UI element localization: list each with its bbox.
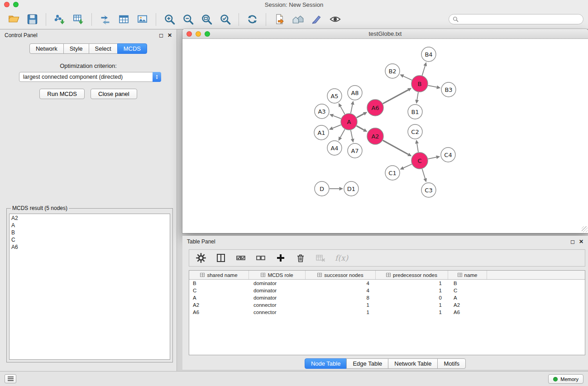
import-table-button[interactable]	[71, 12, 85, 26]
tab-node-table[interactable]: Node Table	[305, 358, 347, 369]
import-network-button[interactable]	[53, 12, 67, 26]
graph-edge-A-A3[interactable]	[333, 115, 341, 119]
deselect-all-button[interactable]	[254, 252, 267, 264]
graph-edge-B-B1[interactable]	[417, 92, 418, 100]
float-table-panel-icon[interactable]: ◻	[570, 239, 575, 244]
mcds-result-list[interactable]: A2ABCA6	[9, 214, 170, 360]
select-all-button[interactable]	[234, 252, 247, 264]
graph-node-A3[interactable]: A3	[315, 104, 329, 119]
graph-edge-A-A4[interactable]	[340, 129, 345, 138]
graph-node-C2[interactable]: C2	[408, 124, 422, 139]
graph-node-B4[interactable]: B4	[421, 47, 436, 62]
graph-edge-A6-B[interactable]	[383, 90, 408, 104]
tab-network-table[interactable]: Network Table	[388, 358, 438, 369]
column-header-shared-name[interactable]: shared name	[189, 271, 249, 279]
close-table-panel-icon[interactable]: ✕	[579, 239, 583, 244]
new-network-button[interactable]	[98, 12, 112, 26]
graph-node-D[interactable]: D	[315, 181, 329, 196]
graph-edge-C-C3[interactable]	[422, 169, 425, 179]
network-window-titlebar[interactable]: testGlobe.txt	[182, 29, 588, 39]
mcds-result-item[interactable]: A2	[10, 214, 170, 222]
mcds-result-item[interactable]: B	[10, 229, 170, 236]
column-header-name[interactable]: name	[448, 271, 487, 279]
graph-edge-A-A2[interactable]	[357, 126, 364, 130]
zoom-network-window-button[interactable]	[205, 31, 210, 37]
zoom-window-button[interactable]	[13, 2, 19, 7]
save-session-button[interactable]	[25, 12, 39, 26]
graph-node-D1[interactable]: D1	[344, 181, 359, 196]
graph-node-B[interactable]: B	[411, 76, 428, 92]
close-window-button[interactable]	[4, 2, 10, 7]
mcds-result-item[interactable]: A6	[10, 243, 170, 251]
graph-edge-A-A7[interactable]	[351, 130, 353, 139]
delete-table-button[interactable]	[314, 252, 327, 264]
table-row[interactable]: A2connector11A2	[189, 301, 585, 309]
mcds-result-item[interactable]: A	[10, 222, 170, 229]
graph-node-C3[interactable]: C3	[421, 183, 436, 197]
graph-node-B1[interactable]: B1	[408, 105, 422, 119]
task-history-button[interactable]	[5, 374, 16, 383]
mcds-result-item[interactable]: C	[10, 236, 170, 243]
graph-node-B3[interactable]: B3	[441, 82, 456, 97]
graph-node-A4[interactable]: A4	[327, 141, 342, 155]
float-panel-icon[interactable]: ◻	[159, 33, 163, 38]
home-button[interactable]	[291, 12, 305, 26]
memory-button[interactable]: Memory	[548, 374, 583, 384]
show-graphics-details-button[interactable]	[328, 12, 342, 26]
column-header-successor-nodes[interactable]: successor nodes	[306, 271, 376, 279]
tab-select[interactable]: Select	[89, 43, 118, 54]
delete-column-button[interactable]	[294, 252, 307, 264]
graph-edge-C-C1[interactable]	[403, 164, 412, 168]
table-settings-button[interactable]	[195, 252, 207, 264]
table-row[interactable]: A6connector11A6	[189, 309, 585, 316]
optimization-criterion-dropdown[interactable]: largest connected component (directed) ▲…	[19, 72, 161, 82]
zoom-fit-button[interactable]	[200, 12, 214, 26]
create-column-button[interactable]	[274, 252, 287, 264]
tab-edge-table[interactable]: Edge Table	[346, 358, 388, 369]
table-row[interactable]: Cdominator41C	[189, 287, 585, 294]
graph-node-C1[interactable]: C1	[385, 166, 400, 180]
zoom-out-button[interactable]	[181, 12, 195, 26]
tab-style[interactable]: Style	[63, 43, 89, 54]
column-header-mcds-role[interactable]: MCDS role	[249, 271, 306, 279]
graph-node-B2[interactable]: B2	[385, 64, 400, 78]
graph-node-A[interactable]: A	[341, 114, 357, 130]
graph-edge-A-A6[interactable]	[357, 114, 364, 118]
function-builder-button[interactable]: f(x)	[334, 253, 349, 263]
graph-node-A5[interactable]: A5	[327, 89, 342, 103]
column-header-predecessor-nodes[interactable]: predecessor nodes	[376, 271, 448, 279]
graph-node-A6[interactable]: A6	[367, 100, 383, 116]
graph-edge-A-A5[interactable]	[340, 106, 345, 114]
close-panel-icon[interactable]: ✕	[167, 33, 172, 38]
graph-node-A1[interactable]: A1	[314, 125, 329, 140]
open-file-button[interactable]	[272, 12, 287, 26]
table-row[interactable]: Bdominator41B	[189, 280, 585, 287]
export-image-button[interactable]	[135, 12, 149, 26]
graph-edge-B-B2[interactable]	[403, 76, 412, 80]
close-panel-button[interactable]: Close panel	[91, 89, 137, 99]
select-columns-button[interactable]	[215, 252, 227, 264]
minimize-network-window-button[interactable]	[196, 31, 201, 37]
graph-node-A2[interactable]: A2	[367, 128, 383, 144]
close-network-window-button[interactable]	[186, 31, 192, 37]
apply-style-button[interactable]	[310, 12, 324, 26]
search-input[interactable]	[461, 16, 579, 23]
apply-layout-button[interactable]	[245, 12, 259, 26]
graph-edge-A2-C[interactable]	[383, 140, 408, 154]
zoom-in-button[interactable]	[163, 12, 177, 26]
open-session-button[interactable]	[7, 12, 21, 26]
tab-mcds[interactable]: MCDS	[117, 43, 147, 54]
zoom-selected-button[interactable]	[218, 12, 232, 26]
tab-network[interactable]: Network	[29, 43, 64, 54]
graph-edge-B-B3[interactable]	[428, 86, 437, 87]
graph-edge-C-C4[interactable]	[428, 157, 436, 159]
table-row[interactable]: Adominator80A	[189, 294, 585, 301]
run-mcds-button[interactable]: Run MCDS	[39, 89, 85, 99]
tab-motifs[interactable]: Motifs	[437, 358, 466, 369]
graph-edge-C-C2[interactable]	[417, 143, 418, 152]
graph-edge-B-B4[interactable]	[422, 66, 425, 76]
graph-node-A8[interactable]: A8	[348, 86, 362, 100]
graph-node-C4[interactable]: C4	[441, 148, 455, 162]
graph-node-A7[interactable]: A7	[348, 143, 362, 158]
graph-node-C[interactable]: C	[411, 152, 428, 169]
